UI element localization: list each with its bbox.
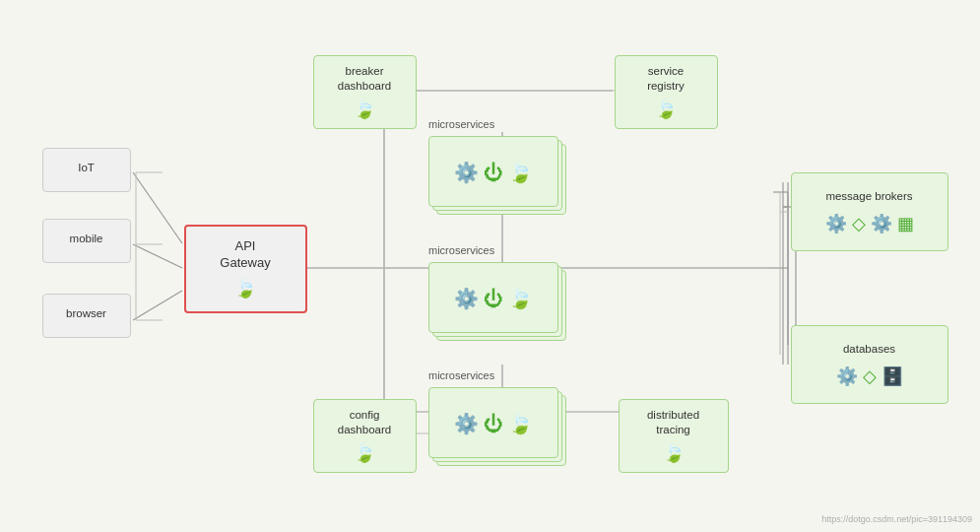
service-registry-icon: 🍃 [655, 99, 677, 120]
db-icon2: ◇ [863, 366, 877, 387]
svg-line-1 [133, 244, 182, 268]
breaker-dashboard-node: breaker dashboard 🍃 [311, 55, 418, 129]
ms-bot-icon3: 🍃 [508, 412, 533, 435]
ms-mid-icon1: ⚙️ [454, 287, 479, 310]
watermark: https://dotgo.csdm.net/pic=391194309 [821, 514, 972, 524]
ms-bot-icon2: ⏻ [484, 413, 503, 435]
ms-top-icon1: ⚙️ [454, 161, 479, 184]
config-dashboard-node: config dashboard 🍃 [311, 399, 418, 473]
diagram-container: IoT mobile browser API Gateway 🍃 breaker [0, 0, 980, 532]
config-icon: 🍃 [354, 442, 375, 464]
dist-tracing-label: distributed tracing [647, 408, 699, 437]
service-registry-label: service registry [647, 64, 685, 94]
svg-line-0 [133, 172, 182, 243]
api-gateway-label: API Gateway [220, 238, 270, 272]
ms-top-label: microservices [428, 118, 494, 130]
iot-label: IoT [78, 161, 95, 175]
ms-mid-icon2: ⏻ [484, 288, 503, 310]
ms-bot-icon1: ⚙️ [454, 412, 479, 435]
mobile-node: mobile [39, 219, 133, 263]
ms-mid-icon3: 🍃 [508, 287, 533, 310]
broker-icon4: ▦ [897, 213, 914, 234]
broker-icon3: ⚙️ [871, 213, 892, 234]
config-label: config dashboard [338, 408, 391, 437]
breaker-icon: 🍃 [354, 99, 375, 120]
breaker-label: breaker dashboard [338, 64, 391, 94]
message-brokers-node: message brokers ⚙️ ◇ ⚙️ ▦ [788, 172, 950, 251]
dist-tracing-icon: 🍃 [663, 442, 685, 464]
ms-top-icon3: 🍃 [508, 161, 533, 184]
broker-icon1: ⚙️ [825, 213, 847, 234]
message-brokers-label: message brokers [825, 189, 912, 204]
api-gateway-node: API Gateway 🍃 [182, 225, 308, 313]
broker-icon2: ◇ [852, 213, 866, 234]
ms-bot-label: microservices [428, 369, 494, 381]
iot-node: IoT [39, 148, 133, 192]
distributed-tracing-node: distributed tracing 🍃 [617, 399, 730, 473]
db-icon3: 🗄️ [882, 366, 903, 387]
ms-mid-label: microservices [428, 244, 494, 256]
db-icon1: ⚙️ [836, 366, 858, 387]
api-gateway-icon: 🍃 [234, 278, 256, 299]
databases-label: databases [843, 342, 895, 357]
service-registry-node: service registry 🍃 [613, 55, 719, 129]
databases-node: databases ⚙️ ◇ 🗄️ [788, 325, 950, 404]
browser-node: browser [39, 294, 133, 338]
mobile-label: mobile [70, 232, 103, 246]
svg-line-2 [133, 291, 182, 320]
ms-top-icon2: ⏻ [484, 162, 503, 184]
browser-label: browser [66, 306, 106, 321]
